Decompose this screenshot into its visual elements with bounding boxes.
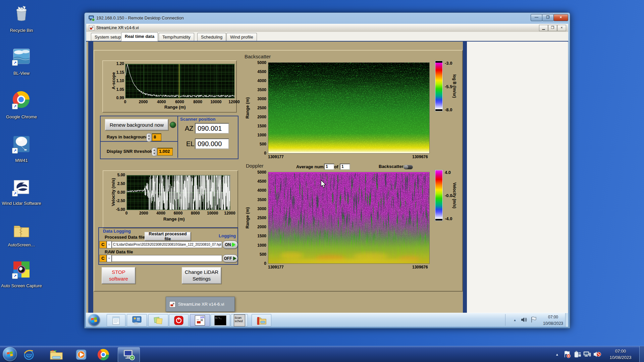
taskbar-preview-tooltip[interactable]: StreamLine XR v14-6.vi <box>166 297 235 312</box>
remote-tray-flag-icon[interactable] <box>531 316 537 323</box>
panel-left-border <box>88 42 93 313</box>
remote-taskbar-notepad[interactable] <box>107 314 125 326</box>
tab-wind-profile[interactable]: Wind profile <box>226 33 257 41</box>
axis-tick-label: 4500 <box>257 69 266 74</box>
start-button[interactable] <box>3 347 17 361</box>
axis-tick-label: 8000 <box>191 211 200 216</box>
app-title-bar[interactable]: StreamLine XR v14-6.vi ▁ ❐ × <box>86 24 568 32</box>
processed-path-type-icon[interactable]: C <box>99 241 107 248</box>
taskbar-chrome-icon[interactable] <box>97 348 110 361</box>
rays-spinner[interactable] <box>146 133 152 142</box>
backscatter-toggle-label: Backscatter <box>379 164 404 169</box>
axis-tick-label: 10000 <box>207 211 218 216</box>
doppler-time-start: 1309177 <box>268 265 284 269</box>
wind-lidar-icon[interactable]: ↗ <box>13 178 30 196</box>
windows-flag-icon <box>91 317 97 323</box>
tab-scheduling[interactable]: Scheduling <box>197 33 226 41</box>
desktop-icon-label[interactable]: Auto Screen Capture <box>1 283 42 289</box>
remote-taskbar-cmd[interactable]: C:\_ <box>211 314 230 326</box>
remote-tray-clock[interactable]: 07:0010/08/2023 <box>539 314 567 327</box>
doppler-time-end: 1309676 <box>412 265 428 269</box>
remote-taskbar-folder[interactable] <box>252 314 271 326</box>
app-minimize-button[interactable]: ▁ <box>539 25 548 31</box>
taskbar-explorer-icon[interactable] <box>50 348 63 361</box>
tray-network-icon[interactable] <box>583 350 592 358</box>
average-count-field[interactable]: 1 <box>340 164 350 170</box>
taskbar-rdp-active-button[interactable] <box>118 347 140 362</box>
processed-logging-on-button[interactable]: ON <box>222 241 238 249</box>
remote-tray-volume-icon[interactable] <box>521 317 527 323</box>
rdp-title-bar[interactable]: 192.168.0.150 - Remote Desktop Connectio… <box>85 13 570 24</box>
doppler-heatmap[interactable] <box>268 172 430 264</box>
desktop-icon-label[interactable]: Wind Lidar Software <box>1 200 42 206</box>
axis-tick-label: 8000 <box>193 100 202 104</box>
tray-power-icon[interactable] <box>574 350 582 358</box>
taskbar-ie-icon[interactable] <box>22 348 36 361</box>
axis-tick-label: 0.99 <box>116 96 124 100</box>
mw41-icon[interactable]: ↗ <box>13 135 30 153</box>
axis-tick-label: 2500 <box>257 106 266 110</box>
host-tray-clock[interactable]: 07:0010/08/2023 <box>604 348 637 361</box>
remote-start-button[interactable] <box>88 314 100 326</box>
tray-show-hidden-icon[interactable]: ▲ <box>554 352 560 357</box>
remote-taskbar-streamline-xr[interactable]: XR <box>190 314 210 326</box>
snr-spinner[interactable] <box>152 147 157 156</box>
zip-folder-icon[interactable] <box>13 222 30 239</box>
power-stop-icon <box>174 316 183 325</box>
axis-tick-label: 2000 <box>139 211 148 216</box>
tab-real-time-data[interactable]: Real time data <box>121 32 158 41</box>
tab-system-setup[interactable]: System setup <box>91 33 125 41</box>
backscatter-heatmap[interactable] <box>268 62 430 154</box>
rays-value-field[interactable]: 8 <box>152 133 161 141</box>
chrome-icon[interactable]: ↗ <box>13 91 30 109</box>
app-close-button[interactable]: × <box>557 25 566 31</box>
az-value-field[interactable]: 090.001 <box>195 123 229 134</box>
restart-processed-file-button[interactable]: Restart processed file <box>145 232 191 241</box>
remote-taskbar-scan-scheduler[interactable]: Scansched <box>231 314 248 326</box>
raw-logging-off-button[interactable]: OFF <box>222 254 238 262</box>
axis-tick-label: -3.0 <box>445 61 452 66</box>
processed-path-field[interactable]: C:\Lidar\Data\Proc\2023\202308\20230810\… <box>112 241 222 248</box>
backscatter-toggle-switch[interactable] <box>404 165 413 169</box>
shortcut-arrow-icon: ↗ <box>12 104 18 109</box>
ascope-plot[interactable] <box>125 64 235 99</box>
stop-software-button[interactable]: STOPsoftware <box>102 267 136 284</box>
el-value-field[interactable]: 090.000 <box>195 138 229 149</box>
change-lidar-settings-button[interactable]: Change LiDARSettings <box>182 267 221 284</box>
vi-app-icon <box>89 25 94 31</box>
rdp-minimize-button[interactable]: — <box>531 14 542 21</box>
desktop-icon-label[interactable]: AutoScreen… <box>1 242 42 248</box>
rdp-close-button[interactable]: × <box>553 14 568 21</box>
recycle-bin-icon[interactable] <box>13 5 30 22</box>
average-number-field[interactable]: 1 <box>324 164 334 170</box>
raw-browse-icon[interactable]: ⌸ <box>107 255 112 262</box>
rdp-maximize-button[interactable]: ❐ <box>542 14 554 21</box>
remote-taskbar-sticky-notes[interactable] <box>148 314 168 326</box>
raw-path-field[interactable] <box>112 255 222 262</box>
axis-tick-label: 0.00 <box>117 190 125 195</box>
raw-data-file-label: RAW Data file <box>105 249 133 254</box>
axis-tick-label: 4000 <box>156 211 165 216</box>
desktop-icon-label[interactable]: Recycle Bin <box>1 27 42 33</box>
raw-path-type-icon[interactable]: C <box>99 255 107 262</box>
tray-action-center-icon[interactable] <box>564 350 571 358</box>
tab-temp-humidity[interactable]: Temp/humidity <box>159 33 194 41</box>
remote-tray-show-hidden-icon[interactable]: ▲ <box>513 318 517 322</box>
remote-taskbar-stop-app[interactable] <box>169 314 189 326</box>
velocity-plot[interactable] <box>126 175 230 210</box>
show-desktop-button[interactable] <box>639 346 644 362</box>
snr-value-field[interactable]: 1.002 <box>157 148 173 156</box>
shortcut-arrow-icon: ↗ <box>12 273 18 279</box>
remote-taskbar-control-panel[interactable] <box>127 314 147 326</box>
renew-background-button[interactable]: Renew background now <box>105 119 168 130</box>
app-maximize-button[interactable]: ❐ <box>548 25 557 31</box>
tray-volume-muted-icon[interactable] <box>593 350 602 358</box>
processed-browse-icon[interactable]: ⌸ <box>107 241 112 248</box>
desktop-icon-label[interactable]: BL-View <box>1 70 42 76</box>
desktop-icon-label[interactable]: Google Chrome <box>1 114 42 120</box>
taskbar-wmp-icon[interactable] <box>74 348 88 361</box>
bl-view-icon[interactable]: ↗ <box>13 48 30 65</box>
remote-show-desktop-button[interactable] <box>565 313 568 327</box>
desktop-icon-label[interactable]: MW41 <box>1 158 42 163</box>
auto-screen-capture-icon[interactable]: ↗ <box>13 261 30 278</box>
